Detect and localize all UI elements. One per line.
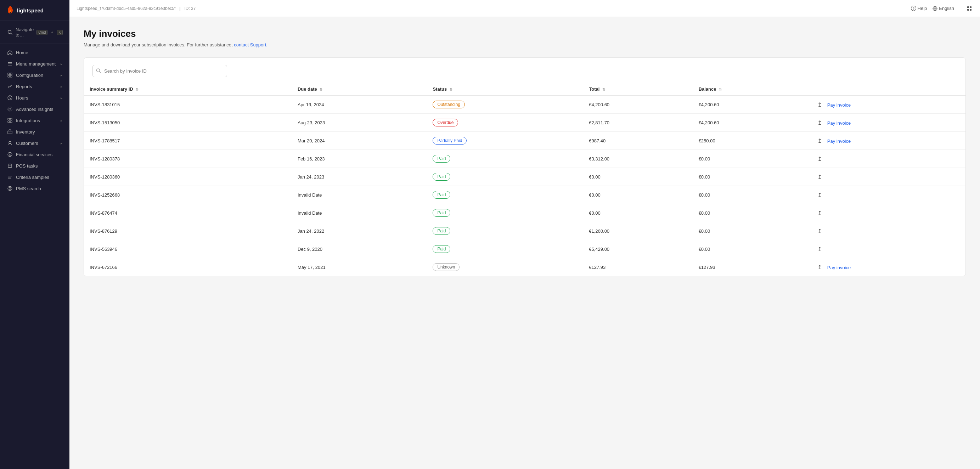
sidebar-item-customers[interactable]: Customers ▸ <box>4 137 65 149</box>
reports-icon <box>7 84 13 89</box>
table-row: INVS-876129 Jan 24, 2022 Paid €1,260.00 … <box>84 222 966 240</box>
table-row: INVS-563946 Dec 9, 2020 Paid €5,429.00 €… <box>84 240 966 258</box>
pms-icon <box>7 186 13 191</box>
cell-balance: €0.00 <box>693 150 812 168</box>
download-icon[interactable]: ↥ <box>818 138 822 144</box>
sidebar-nav-items: Home Menu management ▸ Configuration ▸ R… <box>0 44 70 197</box>
sidebar-item-menu-management[interactable]: Menu management ▸ <box>4 58 65 70</box>
cell-due-date: Apr 19, 2024 <box>292 95 427 114</box>
sidebar-item-pms-search[interactable]: PMS search <box>4 183 65 194</box>
svg-point-27 <box>8 186 12 191</box>
criteria-icon <box>7 174 13 180</box>
cell-total: €2,811.70 <box>583 114 693 132</box>
chevron-icon: ▸ <box>60 96 62 100</box>
cell-status: Paid <box>427 204 583 222</box>
svg-point-12 <box>9 108 11 110</box>
language-selector[interactable]: English <box>932 6 954 11</box>
sidebar-label-reports: Reports <box>16 84 57 89</box>
status-badge: Unknown <box>433 263 460 271</box>
pay-invoice-link[interactable]: Pay invoice <box>827 265 851 270</box>
sidebar-item-hours[interactable]: Hours ▸ <box>4 92 65 103</box>
contact-support-link[interactable]: contact Support. <box>234 42 267 48</box>
cell-total: €127.93 <box>583 258 693 276</box>
cell-due-date: Invalid Date <box>292 204 427 222</box>
sidebar-item-reports[interactable]: Reports ▸ <box>4 81 65 92</box>
svg-text:$: $ <box>9 154 11 156</box>
pay-invoice-link[interactable]: Pay invoice <box>827 138 851 144</box>
help-button[interactable]: ? Help <box>911 6 927 11</box>
cell-balance: €4,200.60 <box>693 114 812 132</box>
sidebar-item-integrations[interactable]: Integrations ▸ <box>4 115 65 126</box>
cell-actions: ↥ <box>812 222 966 240</box>
sidebar: lightspeed Navigate to… Cmd + K Home Men… <box>0 0 70 469</box>
download-icon[interactable]: ↥ <box>818 264 822 270</box>
sidebar-item-financial-services[interactable]: $ Financial services <box>4 149 65 160</box>
svg-point-19 <box>9 141 11 143</box>
search-input[interactable] <box>92 65 227 77</box>
download-icon[interactable]: ↥ <box>818 210 822 216</box>
cell-actions: ↥ <box>812 150 966 168</box>
svg-rect-14 <box>8 118 10 120</box>
cell-due-date: May 17, 2021 <box>292 258 427 276</box>
download-icon[interactable]: ↥ <box>818 246 822 252</box>
download-icon[interactable]: ↥ <box>818 102 822 108</box>
sidebar-label-integrations: Integrations <box>16 118 57 123</box>
config-icon <box>7 72 13 78</box>
cell-balance: €0.00 <box>693 204 812 222</box>
cell-total: €0.00 <box>583 186 693 204</box>
topbar-instance: Lightspeed_f76daff3-dbc5-4ad5-962a-92c91… <box>76 6 175 11</box>
cell-status: Overdue <box>427 114 583 132</box>
status-badge: Paid <box>433 191 450 199</box>
col-header-status[interactable]: Status ⇅ <box>427 83 583 95</box>
table-row: INVS-1280360 Jan 24, 2023 Paid €0.00 €0.… <box>84 168 966 186</box>
pos-icon <box>7 163 13 169</box>
download-icon[interactable]: ↥ <box>818 156 822 162</box>
sidebar-item-pos-tasks[interactable]: POS tasks <box>4 160 65 172</box>
col-header-invoice-id[interactable]: Invoice summary ID ⇅ <box>84 83 292 95</box>
sort-icon: ⇅ <box>450 87 452 91</box>
sidebar-label-hours: Hours <box>16 95 57 100</box>
navigate-label: Navigate to… <box>16 27 33 38</box>
integrations-icon <box>7 118 13 123</box>
table-row: INVS-1280378 Feb 16, 2023 Paid €3,312.00… <box>84 150 966 168</box>
cell-actions: ↥ Pay invoice <box>812 258 966 276</box>
sidebar-item-advanced-insights[interactable]: Advanced insights <box>4 103 65 115</box>
download-icon[interactable]: ↥ <box>818 228 822 234</box>
download-icon[interactable]: ↥ <box>818 192 822 198</box>
svg-rect-5 <box>8 73 10 75</box>
sidebar-item-inventory[interactable]: Inventory <box>4 126 65 137</box>
sidebar-item-configuration[interactable]: Configuration ▸ <box>4 70 65 81</box>
pay-invoice-link[interactable]: Pay invoice <box>827 102 851 108</box>
financial-icon: $ <box>7 152 13 157</box>
cell-status: Paid <box>427 222 583 240</box>
help-icon: ? <box>911 6 916 11</box>
cell-actions: ↥ <box>812 240 966 258</box>
topbar: Lightspeed_f76daff3-dbc5-4ad5-962a-92c91… <box>70 0 980 17</box>
col-header-due-date[interactable]: Due date ⇅ <box>292 83 427 95</box>
cell-invoice-id: INVS-563946 <box>84 240 292 258</box>
cell-due-date: Jan 24, 2022 <box>292 222 427 240</box>
cell-balance: €0.00 <box>693 240 812 258</box>
home-icon <box>7 49 13 55</box>
sort-icon: ⇅ <box>320 87 322 91</box>
col-header-total[interactable]: Total ⇅ <box>583 83 693 95</box>
download-icon[interactable]: ↥ <box>818 120 822 126</box>
sidebar-item-criteria-samples[interactable]: Criteria samples <box>4 172 65 183</box>
svg-rect-8 <box>10 75 12 77</box>
language-icon <box>932 6 937 11</box>
cell-actions: ↥ Pay invoice <box>812 95 966 114</box>
cell-actions: ↥ <box>812 204 966 222</box>
navigate-search[interactable]: Navigate to… Cmd + K <box>4 24 65 40</box>
sidebar-item-home[interactable]: Home <box>4 47 65 58</box>
chevron-icon: ▸ <box>60 119 62 122</box>
apps-switcher[interactable] <box>966 5 973 12</box>
table-row: INVS-1831015 Apr 19, 2024 Outstanding €4… <box>84 95 966 114</box>
search-bar <box>84 58 966 77</box>
sidebar-logo: lightspeed <box>0 0 70 21</box>
col-header-balance[interactable]: Balance ⇅ <box>693 83 812 95</box>
pay-invoice-link[interactable]: Pay invoice <box>827 121 851 126</box>
download-icon[interactable]: ↥ <box>818 174 822 180</box>
sidebar-label-pos-tasks: POS tasks <box>16 163 62 169</box>
sidebar-label-advanced-insights: Advanced insights <box>16 107 62 112</box>
cell-balance: €0.00 <box>693 186 812 204</box>
